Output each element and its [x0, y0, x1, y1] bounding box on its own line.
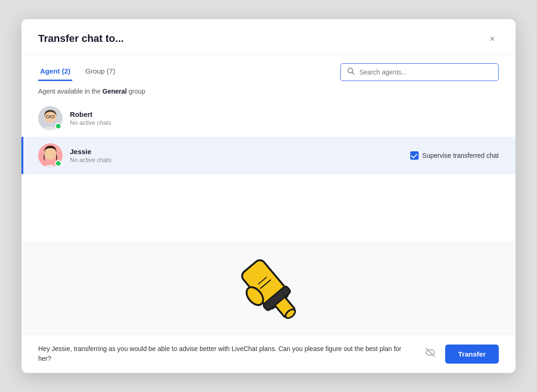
supervise-text: Supervise transferred chat [422, 152, 499, 159]
agent-info-robert: Robert No active chats [70, 110, 499, 126]
agent-status-jessie: No active chats [70, 156, 410, 163]
avatar-wrapper-jessie [38, 143, 62, 168]
close-button[interactable]: × [486, 32, 499, 45]
search-icon [347, 68, 355, 77]
modal-footer: Hey Jessie, transferring as you would be… [21, 334, 516, 373]
svg-line-1 [352, 73, 354, 74]
tab-agent[interactable]: Agent (2) [38, 63, 72, 81]
avatar-wrapper-robert [38, 106, 62, 130]
pointing-area [21, 241, 516, 334]
modal-title: Transfer chat to... [38, 33, 124, 45]
modal-dialog: Transfer chat to... × Agent (2) Group (7… [21, 19, 516, 373]
group-label: Agent available in the General group [21, 81, 516, 100]
agent-status-robert: No active chats [70, 119, 499, 126]
status-dot-jessie [55, 160, 62, 167]
agent-row-jessie[interactable]: Jessie No active chats Supervise transfe… [21, 137, 516, 174]
search-input[interactable] [359, 68, 492, 76]
agent-info-jessie: Jessie No active chats [70, 148, 410, 163]
agent-list: Robert No active chats [21, 100, 516, 241]
agent-name-jessie: Jessie [70, 148, 410, 155]
tab-bar: Agent (2) Group (7) [38, 63, 128, 81]
modal-header: Transfer chat to... × [21, 19, 516, 55]
search-box[interactable] [340, 63, 499, 81]
status-dot-robert [55, 123, 62, 129]
supervise-label[interactable]: Supervise transferred chat [410, 151, 499, 160]
svg-point-10 [44, 148, 56, 160]
footer-message: Hey Jessie, transferring as you would be… [38, 344, 415, 364]
hide-icon[interactable] [423, 345, 438, 363]
transfer-button[interactable]: Transfer [445, 345, 499, 364]
supervise-checkbox[interactable] [410, 151, 419, 160]
agent-row-robert[interactable]: Robert No active chats [21, 100, 516, 137]
tab-group[interactable]: Group (7) [83, 63, 117, 81]
backdrop: Transfer chat to... × Agent (2) Group (7… [0, 0, 537, 392]
pointing-hand-svg [217, 246, 320, 330]
tabs-search-row: Agent (2) Group (7) [21, 55, 516, 81]
agent-name-robert: Robert [70, 110, 499, 118]
